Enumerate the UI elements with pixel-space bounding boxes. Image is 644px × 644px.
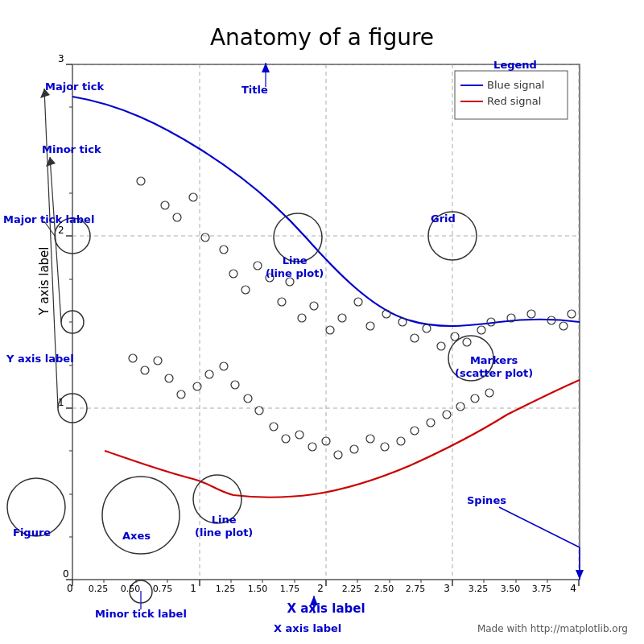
x-minor-125: 1.25 — [216, 584, 236, 594]
grid-annot-label: Grid — [431, 213, 456, 225]
line-blue-annot-label: Line(line plot) — [266, 254, 324, 279]
svg-point-46 — [205, 370, 213, 378]
x-tick-0: 0 — [67, 583, 73, 594]
svg-point-18 — [278, 298, 286, 306]
y-tick-2: 2 — [58, 225, 64, 236]
x-minor-025: 0.25 — [89, 584, 109, 594]
y-tick-1: 1 — [58, 397, 64, 408]
svg-point-49 — [244, 394, 252, 402]
svg-point-56 — [334, 451, 342, 459]
svg-point-31 — [451, 332, 459, 341]
x-minor-225: 2.25 — [342, 584, 362, 594]
x-minor-150: 1.50 — [248, 584, 268, 594]
minor-tick-annot-label: Minor tick — [42, 143, 101, 156]
x-minor-350: 3.50 — [501, 584, 521, 594]
x-minor-375: 3.75 — [532, 584, 552, 594]
x-tick-1: 1 — [190, 583, 196, 594]
main-container: Anatomy of a figure Y axis label — [0, 0, 644, 644]
y-axis-label: Y axis label — [37, 246, 52, 315]
svg-point-60 — [397, 437, 405, 445]
svg-marker-113 — [576, 570, 584, 580]
x-minor-175: 1.75 — [280, 584, 300, 594]
svg-point-57 — [350, 445, 358, 453]
svg-point-63 — [443, 411, 451, 419]
svg-point-35 — [507, 314, 515, 322]
svg-point-47 — [220, 362, 228, 370]
major-tick-label-annot-label: Major tick label — [3, 213, 94, 226]
svg-point-21 — [310, 302, 318, 310]
svg-point-9 — [161, 201, 169, 209]
svg-point-34 — [487, 318, 495, 326]
chart-title: Anatomy of a figure — [0, 24, 644, 51]
svg-point-40 — [129, 354, 137, 362]
svg-point-16 — [254, 262, 262, 270]
svg-point-23 — [338, 314, 346, 322]
footer-text: Made with http://matplotlib.org — [477, 623, 628, 634]
svg-point-38 — [559, 322, 568, 330]
svg-rect-120 — [455, 71, 568, 119]
svg-point-11 — [189, 193, 197, 201]
svg-point-42 — [154, 357, 162, 365]
y-tick-0: 0 — [63, 568, 69, 580]
x-minor-325: 3.25 — [469, 584, 489, 594]
svg-point-50 — [255, 407, 263, 415]
svg-point-10 — [173, 213, 181, 221]
x-axis-label-annot-label: X axis label — [274, 622, 341, 635]
svg-point-8 — [137, 177, 145, 185]
svg-line-111 — [499, 507, 580, 547]
svg-point-24 — [354, 298, 362, 306]
x-minor-275: 2.75 — [406, 584, 426, 594]
svg-point-13 — [220, 246, 228, 254]
svg-text:Blue signal: Blue signal — [487, 79, 544, 91]
figure-annot-label: Figure — [13, 526, 51, 539]
svg-text:Legend: Legend — [493, 59, 537, 71]
svg-point-28 — [411, 334, 419, 342]
axes-annot-label: Axes — [122, 530, 151, 543]
svg-point-26 — [382, 310, 390, 318]
svg-point-66 — [485, 389, 493, 397]
svg-point-51 — [270, 423, 278, 431]
svg-point-45 — [193, 382, 201, 390]
svg-point-25 — [366, 322, 374, 330]
svg-point-14 — [229, 270, 237, 278]
y-tick-3: 3 — [58, 53, 64, 64]
x-minor-075: 0.75 — [153, 584, 173, 594]
x-tick-2: 2 — [317, 583, 324, 594]
major-tick-annot-label: Major tick — [45, 80, 104, 93]
svg-point-43 — [165, 374, 173, 382]
svg-point-33 — [477, 326, 485, 334]
svg-point-15 — [242, 286, 250, 294]
svg-marker-102 — [46, 157, 56, 167]
svg-text:Red signal: Red signal — [487, 95, 541, 107]
x-minor-250: 2.50 — [374, 584, 394, 594]
x-tick-3: 3 — [444, 583, 450, 594]
svg-line-101 — [50, 157, 61, 322]
markers-annot-label: Markers(scatter plot) — [455, 354, 533, 379]
svg-point-36 — [527, 310, 535, 318]
svg-point-61 — [411, 427, 419, 435]
svg-point-109 — [102, 477, 180, 554]
svg-point-65 — [471, 394, 479, 402]
svg-point-58 — [366, 435, 374, 443]
svg-marker-115 — [262, 63, 270, 72]
svg-point-39 — [568, 310, 576, 318]
svg-point-48 — [231, 381, 239, 389]
svg-point-53 — [295, 431, 303, 439]
svg-point-22 — [326, 326, 334, 334]
svg-point-52 — [282, 435, 290, 443]
x-minor-050: 0.50 — [121, 584, 141, 594]
title-annot-label: Title — [242, 84, 268, 97]
spines-annot-label: Spines — [467, 494, 506, 507]
svg-point-12 — [201, 233, 209, 242]
svg-point-64 — [456, 402, 464, 411]
x-tick-4: 4 — [570, 583, 576, 594]
svg-point-27 — [398, 318, 407, 326]
svg-overlay: Blue signal Red signal Legend — [0, 0, 644, 644]
svg-point-37 — [547, 316, 555, 324]
svg-point-55 — [322, 437, 330, 445]
svg-point-100 — [61, 311, 84, 333]
svg-point-44 — [177, 390, 185, 398]
svg-point-54 — [308, 443, 316, 451]
svg-point-41 — [141, 366, 149, 374]
x-axis-label: X axis label — [72, 601, 580, 616]
